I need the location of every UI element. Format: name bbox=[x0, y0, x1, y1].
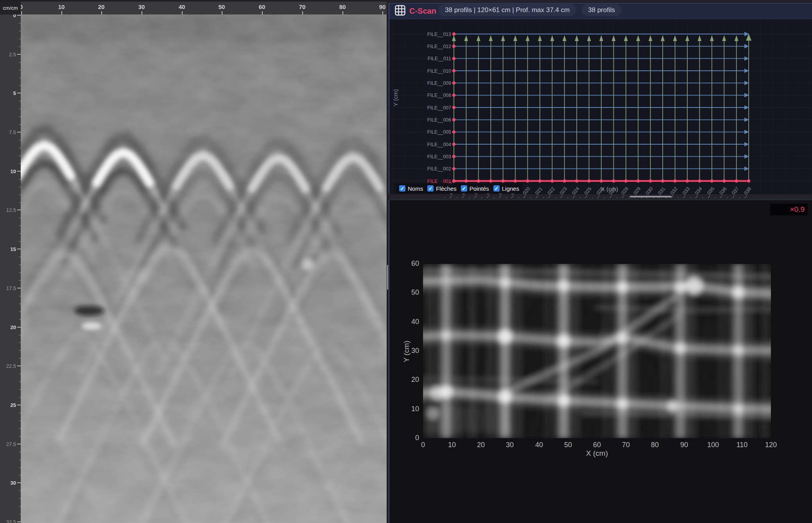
svg-text:FILE__004: FILE__004 bbox=[427, 142, 451, 147]
svg-text:FILE__006: FILE__006 bbox=[427, 117, 451, 123]
svg-text:FILE__002: FILE__002 bbox=[427, 166, 451, 172]
svg-text:FILE__007: FILE__007 bbox=[427, 105, 451, 111]
svg-text:FILE__009: FILE__009 bbox=[427, 81, 451, 86]
svg-text:FILE__013: FILE__013 bbox=[427, 32, 451, 37]
svg-text:FILE__005: FILE__005 bbox=[427, 129, 451, 135]
svg-text:X (cm): X (cm) bbox=[601, 186, 618, 192]
svg-text:FILE__003: FILE__003 bbox=[427, 154, 451, 159]
svg-text:FILE__012: FILE__012 bbox=[427, 44, 451, 49]
svg-text:FILE__011: FILE__011 bbox=[428, 56, 451, 61]
svg-text:Y (cm): Y (cm) bbox=[392, 89, 399, 106]
svg-text:FILE__008: FILE__008 bbox=[427, 93, 451, 98]
svg-text:FILE__010: FILE__010 bbox=[427, 68, 451, 74]
